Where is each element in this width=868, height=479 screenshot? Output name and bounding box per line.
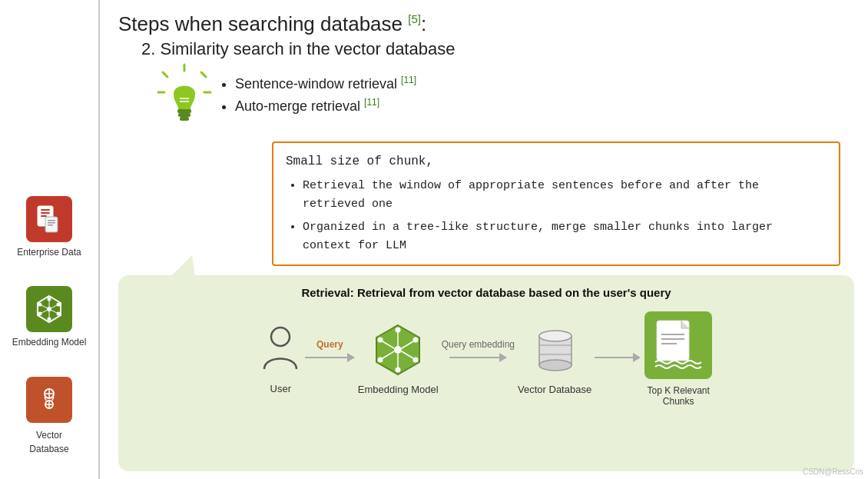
svg-line-31 [163,72,167,77]
arrow-3-line [595,357,633,358]
bullet-2-ref: [11] [364,97,379,108]
bullet-1-text: Sentence-window retrieval [235,76,401,91]
svg-line-18 [41,305,48,308]
svg-point-10 [47,298,51,301]
arrow-qe-line [449,357,499,358]
svg-rect-1 [41,209,50,211]
sidebar-item-enterprise-data: Enterprise Data [17,196,81,259]
svg-point-14 [38,312,41,316]
topk-icon [644,311,712,379]
svg-rect-37 [180,117,189,121]
title-section: Steps when searching database [5]: 2. Si… [118,12,854,59]
svg-point-44 [396,368,401,373]
bullet-2-text: Auto-merge retrieval [235,98,364,114]
svg-rect-36 [178,113,190,117]
svg-point-12 [38,303,41,307]
embedding-model-flow-icon [370,322,426,378]
vector-db-flow-label: Vector Database [518,384,591,395]
sidebar: Enterprise Data [0,0,100,479]
user-label: User [270,383,291,394]
flow-vectordb: Vector Database [518,322,591,395]
svg-rect-5 [48,220,55,221]
arrow-qe-head [499,353,507,362]
flow-diagram: User Query [137,311,836,407]
main-title: Steps when searching database [5]: [118,12,854,36]
flow-embedding: Embedding Model [358,322,439,395]
bullets-list: Sentence-window retrieval [11] Auto-merg… [235,75,416,115]
svg-line-21 [41,310,48,313]
vector-database-icon [26,377,72,423]
bullets-lightbulb-section: Sentence-window retrieval [11] Auto-merg… [157,65,854,134]
svg-line-34 [201,72,206,77]
watermark: CSDN@RessCris [803,467,863,476]
svg-point-42 [394,346,402,354]
flow-topk: Top K Relevant Chunks [644,311,713,407]
embedding-model-flow-label: Embedding Model [358,384,439,395]
svg-point-56 [539,360,571,371]
orange-box: Small size of chunk, Retrieval the windo… [272,141,840,266]
orange-box-item-1: Retrieval the window of appropriate sent… [303,177,827,214]
arrow-3: → [595,339,641,362]
main-title-ref: [5] [408,12,421,25]
embedding-model-icon [26,286,72,332]
main-title-text: Steps when searching database [118,12,408,35]
sidebar-item-embedding-model: Embedding Model [12,286,87,349]
speech-bubble-tail [171,255,195,277]
flow-user: User [260,323,302,394]
svg-point-9 [47,307,51,311]
user-figure-icon [260,323,302,377]
vector-database-label: VectorDatabase [29,430,68,455]
bullet-1-ref: [11] [401,75,416,85]
arrow-query-line [305,357,347,358]
lightbulb-icon [157,62,212,134]
svg-line-19 [51,310,57,313]
svg-line-20 [51,305,57,308]
svg-point-11 [47,318,51,321]
svg-point-47 [378,358,383,363]
svg-point-57 [539,331,571,341]
subtitle: 2. Similarity search in the vector datab… [141,39,854,59]
orange-box-list: Retrieval the window of appropriate sent… [303,177,827,255]
orange-box-item-2: Organized in a tree-like structure, merg… [303,218,827,255]
main-container: Enterprise Data [0,0,868,479]
arrow-query-head [347,353,355,362]
arrow-query-label: Query [316,339,343,350]
vector-db-flow-icon [530,322,580,378]
embedding-model-label: Embedding Model [12,337,87,349]
retrieval-panel: Retrieval: Retrieval from vector databas… [118,275,854,471]
enterprise-data-icon [26,196,72,242]
topk-label: Top K Relevant Chunks [644,385,713,407]
retrieval-title: Retrieval: Retrieval from vector databas… [137,286,836,299]
svg-rect-7 [48,225,53,226]
svg-rect-6 [48,222,55,224]
svg-point-15 [56,312,60,316]
arrow-query-embedding: Query embedding [442,339,515,362]
orange-box-title: Small size of chunk, [286,152,827,172]
svg-point-48 [413,358,419,363]
svg-point-13 [56,303,60,307]
topk-chunks-icon [652,318,704,373]
svg-point-46 [413,338,419,343]
enterprise-data-label: Enterprise Data [17,247,81,259]
sidebar-item-vector-database: VectorDatabase [26,377,72,456]
arrow-3-head [633,353,641,362]
bullet-1: Sentence-window retrieval [11] [235,75,416,92]
svg-point-45 [378,338,383,343]
svg-point-43 [396,328,401,333]
svg-point-40 [271,328,290,346]
arrow-qe-label: Query embedding [442,339,515,350]
svg-rect-35 [177,109,191,113]
bullet-2: Auto-merge retrieval [11] [235,97,416,115]
arrow-query: Query [305,339,355,362]
svg-rect-2 [41,212,50,214]
